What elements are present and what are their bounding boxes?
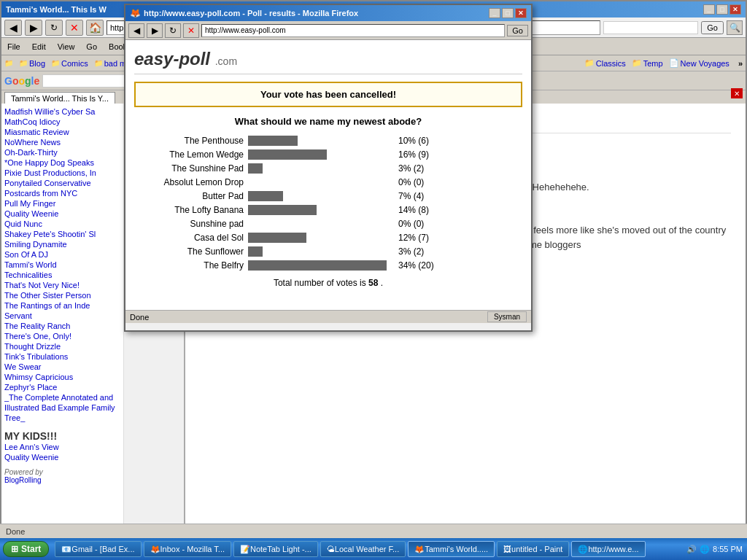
- taskbar-item-gmail[interactable]: 📧 Gmail - [Bad Ex...: [55, 541, 141, 557]
- notetab-icon: 📝: [240, 545, 250, 554]
- bookmark-bad[interactable]: 📁 bad m: [94, 59, 127, 68]
- total-suffix: .: [381, 278, 383, 288]
- sidebar-link[interactable]: The Rantings of an Inde: [4, 300, 120, 311]
- search-input[interactable]: [603, 21, 698, 34]
- sidebar-link[interactable]: Servant: [4, 311, 120, 321]
- bookmark-new-voyages-label: New Voyages: [681, 59, 729, 68]
- poll-item-label: The Lemon Wedge: [134, 149, 244, 160]
- bookmark-comics[interactable]: 📁 Comics: [51, 59, 88, 68]
- sidebar-link[interactable]: Quality Weenie: [4, 209, 120, 219]
- sidebar-link[interactable]: Ponytailed Conservative: [4, 178, 120, 188]
- sidebar-link[interactable]: Whimsy Capricious: [4, 372, 120, 382]
- bookmark-classics-label: Classics: [596, 59, 626, 68]
- popup-forward-btn[interactable]: ▶: [147, 23, 163, 38]
- sidebar-link[interactable]: Pixie Dust Productions, In: [4, 168, 120, 178]
- sidebar-link[interactable]: Postcards from NYC: [4, 188, 120, 198]
- tray-icon-1: 🔊: [686, 545, 697, 554]
- sidebar-link[interactable]: Tammi's World: [4, 260, 120, 270]
- poll-row: Casa del Sol12% (7): [134, 233, 522, 243]
- go-menu[interactable]: Go: [83, 41, 100, 52]
- view-menu[interactable]: View: [55, 41, 78, 52]
- clock: 8:55 PM: [713, 545, 743, 553]
- poll-percentage: 7% (4): [398, 191, 442, 201]
- start-button[interactable]: ⊞ Start: [3, 541, 49, 557]
- sidebar-link[interactable]: The Other Sister Person: [4, 290, 120, 300]
- gmail-icon: 📧: [61, 545, 71, 554]
- stop-btn[interactable]: ✕: [66, 20, 83, 36]
- sidebar-link[interactable]: Tree_: [4, 413, 120, 423]
- kids-link[interactable]: Quality Weenie: [4, 452, 120, 462]
- sidebar-link[interactable]: That's Not Very Nice!: [4, 280, 120, 290]
- sidebar-link[interactable]: The Reality Ranch: [4, 321, 120, 331]
- bookmark-classics[interactable]: 📁 Classics: [584, 58, 626, 68]
- popup-reload-btn[interactable]: ↻: [165, 23, 181, 38]
- popup-status-bar: Done Sysman: [125, 310, 531, 323]
- sidebar-link[interactable]: Zephyr's Place: [4, 382, 120, 392]
- taskbar-item-weather[interactable]: 🌤 Local Weather F...: [320, 541, 406, 557]
- sidebar-link[interactable]: Miasmatic Review: [4, 127, 120, 137]
- popup-maximize-btn[interactable]: □: [502, 8, 514, 18]
- my-kids-heading: MY KIDS!!!: [4, 430, 120, 442]
- poll-bar: [248, 136, 298, 146]
- sidebar-link[interactable]: Son Of A DJ: [4, 249, 120, 260]
- bookmark-temp[interactable]: 📁 Temp: [632, 58, 663, 68]
- popup-window-controls[interactable]: _ □ ✕: [489, 8, 527, 18]
- maximize-btn[interactable]: □: [716, 4, 728, 15]
- sidebar-link[interactable]: Smiling Dynamite: [4, 239, 120, 249]
- poll-percentage: 10% (6): [398, 136, 442, 146]
- more-bookmarks-btn[interactable]: »: [738, 59, 743, 68]
- taskbar-item-notetab[interactable]: 📝 NoteTab Light -...: [233, 541, 318, 557]
- popup-go-btn[interactable]: Go: [507, 25, 528, 36]
- poll-row: The Lemon Wedge16% (9): [134, 149, 522, 160]
- search-icon[interactable]: 🔍: [727, 20, 743, 35]
- active-tab[interactable]: Tammi's World... This Is Y...: [4, 92, 115, 105]
- sidebar-link[interactable]: *One Happy Dog Speaks: [4, 158, 120, 168]
- poll-content-area: easy-poll .com Your vote has been cancel…: [125, 40, 531, 310]
- taskbar-item-paint[interactable]: 🖼 untitled - Paint: [497, 541, 569, 557]
- bookmark-new-voyages[interactable]: 📄 New Voyages: [669, 58, 729, 68]
- close-tab-btn[interactable]: ✕: [731, 88, 743, 98]
- forward-btn[interactable]: ▶: [25, 20, 42, 36]
- close-btn[interactable]: ✕: [729, 4, 741, 15]
- home-btn[interactable]: 🏠: [86, 20, 104, 36]
- behind-browser-controls[interactable]: _ □ ✕: [703, 4, 741, 15]
- popup-close-btn[interactable]: ✕: [515, 8, 527, 18]
- sidebar-link[interactable]: Pull My Finger: [4, 198, 120, 209]
- file-menu[interactable]: File: [4, 41, 23, 52]
- sidebar-link[interactable]: Quid Nunc: [4, 219, 120, 229]
- taskbar-tammis-label: Tammi's World.....: [425, 545, 488, 553]
- bookmark-blog[interactable]: 📁 Blog: [19, 59, 45, 68]
- popup-stop-btn[interactable]: ✕: [183, 23, 199, 38]
- popup-address-bar[interactable]: [201, 24, 505, 37]
- sidebar-link[interactable]: Madfish Willie's Cyber Sa: [4, 106, 120, 117]
- poll-row: The Sunflower3% (2): [134, 246, 522, 257]
- reload-btn[interactable]: ↻: [45, 20, 63, 36]
- temp-folder-icon: 📁: [632, 58, 642, 68]
- sidebar-link[interactable]: Oh-Dark-Thirty: [4, 147, 120, 158]
- taskbar-item-easypoll[interactable]: 🌐 http://www.e...: [571, 541, 645, 557]
- sidebar-link[interactable]: Shakey Pete's Shootin' Sl: [4, 229, 120, 239]
- taskbar-item-tammis[interactable]: 🦊 Tammi's World.....: [408, 541, 495, 557]
- sidebar-link[interactable]: Tink's Tribulations: [4, 351, 120, 362]
- sidebar-link[interactable]: There's One, Only!: [4, 331, 120, 341]
- sidebar-link[interactable]: Thought Drizzle: [4, 341, 120, 351]
- sidebar-link[interactable]: _The Complete Annotated and: [4, 392, 120, 402]
- back-btn[interactable]: ◀: [4, 20, 22, 36]
- go-button[interactable]: Go: [701, 21, 724, 34]
- poll-bar-container: [248, 191, 394, 201]
- popup-minimize-btn[interactable]: _: [489, 8, 500, 18]
- taskbar-item-inbox[interactable]: 🦊 Inbox - Mozilla T...: [144, 541, 231, 557]
- kids-link[interactable]: Lee Ann's View: [4, 442, 120, 452]
- sidebar-link[interactable]: NoWhere News: [4, 137, 120, 147]
- sidebar-link[interactable]: MathCoq Idiocy: [4, 117, 120, 127]
- poll-item-label: The Sunflower: [134, 246, 244, 257]
- sidebar-link[interactable]: We Swear: [4, 362, 120, 372]
- sidebar-link[interactable]: Illustrated Bad Example Family: [4, 402, 120, 413]
- sidebar-link[interactable]: Technicalities: [4, 270, 120, 280]
- blogrolling-link[interactable]: BlogRolling: [4, 476, 120, 484]
- edit-menu[interactable]: Edit: [29, 41, 49, 52]
- minimize-btn[interactable]: _: [703, 4, 715, 15]
- popup-back-btn[interactable]: ◀: [128, 23, 144, 38]
- comics-folder-icon: 📁: [51, 59, 60, 67]
- taskbar-weather-label: Local Weather F...: [335, 545, 399, 553]
